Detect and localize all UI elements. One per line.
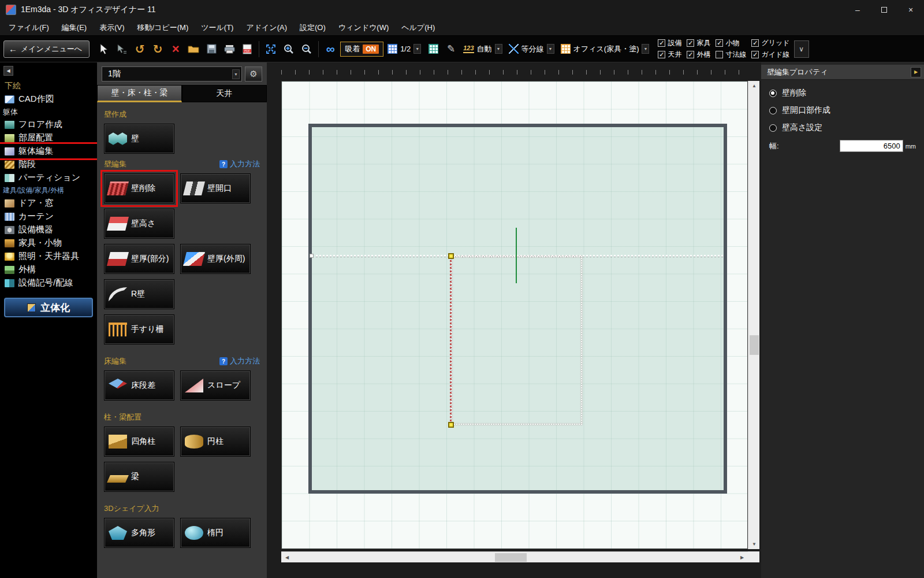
render-mode-dropdown[interactable]: オフィス(家具・塗) ▼ (558, 42, 652, 56)
toggle-sunposen[interactable]: 寸法線 (716, 50, 746, 60)
toggle-guideline[interactable]: ✓ガイド線 (751, 50, 789, 60)
tool-wall-opening[interactable]: 壁開口 (180, 173, 251, 203)
vertical-scrollbar[interactable]: ▲ ▼ (748, 81, 759, 549)
toggle-setsubi[interactable]: ✓設備 (658, 38, 681, 48)
menu-addin[interactable]: アドイン(A) (240, 23, 293, 33)
horizontal-scroll-thumb[interactable] (495, 553, 527, 562)
toggle-kagu[interactable]: ✓家具 (687, 38, 710, 48)
divide-line-dropdown[interactable]: 等分線 ▼ (506, 42, 557, 56)
menu-settings[interactable]: 設定(O) (293, 23, 332, 33)
tool-slope[interactable]: スロープ (180, 370, 251, 401)
wall-handle-top[interactable] (448, 253, 454, 259)
horizontal-scrollbar[interactable]: ◀ ▶ (281, 551, 748, 562)
delete-button[interactable]: × (167, 39, 184, 59)
menu-tools[interactable]: ツール(T) (195, 23, 240, 33)
toggle-komono[interactable]: ✓小物 (716, 38, 746, 48)
wall-handle-bottom[interactable] (448, 422, 454, 428)
dropdown-arrow-icon[interactable]: ▼ (547, 44, 554, 54)
maximize-button[interactable] (871, 0, 897, 20)
main-menu-button[interactable]: ← メインメニューへ (3, 40, 90, 58)
zoom-out-button[interactable] (299, 39, 315, 59)
scroll-down-icon[interactable]: ▼ (748, 539, 760, 549)
tool-ellipse[interactable]: 楕円 (180, 518, 251, 548)
scroll-right-icon[interactable]: ▶ (736, 553, 748, 562)
tab-ceiling[interactable]: 天井 (182, 85, 267, 102)
pdf-export-button[interactable]: PDF (239, 39, 255, 59)
sidebar-item-body-edit[interactable]: 躯体編集 (0, 144, 97, 158)
scroll-left-icon[interactable]: ◀ (281, 553, 293, 562)
width-input[interactable] (840, 140, 903, 152)
select-tool[interactable] (96, 39, 112, 59)
sidebar-item-sketch[interactable]: 下絵 (0, 79, 97, 92)
option-wall-opening-create[interactable]: 壁開口部作成 (769, 105, 916, 116)
save-button[interactable] (203, 39, 219, 59)
tool-wall-delete[interactable]: 壁削除 (104, 173, 174, 203)
zoom-fit-button[interactable] (263, 39, 279, 59)
toggle-tenjo[interactable]: ✓天井 (658, 50, 681, 60)
toggle-gaiko[interactable]: ✓外構 (687, 50, 710, 60)
zoom-in-button[interactable] (281, 39, 297, 59)
sidebar-item-cad[interactable]: CAD作図 (0, 92, 97, 106)
menu-move-copy[interactable]: 移動/コピー(M) (131, 23, 195, 33)
tool-wall[interactable]: 壁 (104, 124, 174, 154)
option-wall-delete[interactable]: 壁削除 (769, 88, 916, 98)
continuous-input-toggle[interactable]: ∞ (322, 39, 338, 59)
tool-wall-height[interactable]: 壁高さ (104, 209, 174, 239)
grid-settings-button[interactable] (425, 39, 441, 59)
toolbar-expand-button[interactable]: ∨ (794, 40, 809, 58)
input-method-link[interactable]: ?入力方法 (219, 159, 260, 169)
minimize-button[interactable]: – (844, 0, 871, 20)
tab-wall-floor-column-beam[interactable]: 壁・床・柱・梁 (97, 85, 182, 102)
undo-button[interactable]: ↺ (132, 39, 148, 59)
tool-handrail[interactable]: 手すり柵 (104, 314, 174, 344)
sidebar-item-furniture[interactable]: 家具・小物 (0, 236, 97, 250)
grid-scale-dropdown[interactable]: 1/2 ▼ (385, 42, 423, 55)
sidebar-item-lighting[interactable]: 照明・天井器具 (0, 250, 97, 263)
panel-collapse-button[interactable]: ▶ (911, 67, 921, 77)
menu-edit[interactable]: 編集(E) (55, 23, 93, 33)
print-button[interactable] (221, 39, 237, 59)
sidebar-item-door-window[interactable]: ドア・窓 (0, 197, 97, 210)
sidebar-item-floor-create[interactable]: フロア作成 (0, 118, 97, 131)
menu-view[interactable]: 表示(V) (93, 23, 131, 33)
drawing-canvas[interactable] (281, 81, 748, 549)
open-button[interactable] (185, 39, 202, 59)
input-method-link[interactable]: ?入力方法 (219, 356, 260, 366)
scroll-up-icon[interactable]: ▲ (748, 81, 760, 91)
toggle-grid[interactable]: ✓グリッド (751, 38, 789, 48)
dropdown-arrow-icon[interactable]: ▼ (495, 44, 502, 54)
tool-polygon[interactable]: 多角形 (104, 518, 174, 548)
tool-cylinder[interactable]: 円柱 (180, 427, 251, 457)
sidebar-item-symbols[interactable]: 設備記号/配線 (0, 276, 97, 290)
menu-help[interactable]: ヘルプ(H) (395, 23, 441, 33)
tool-wall-thickness-part[interactable]: 壁厚(部分) (104, 244, 174, 274)
sidebar-item-curtain[interactable]: カーテン (0, 210, 97, 223)
tool-r-wall[interactable]: R壁 (104, 279, 174, 309)
option-wall-height-set[interactable]: 壁高さ設定 (769, 123, 916, 133)
floor-select[interactable]: 1階 ▼ (102, 66, 242, 81)
menu-file[interactable]: ファイル(F) (2, 23, 55, 33)
floor-settings-button[interactable]: ⚙ (245, 66, 262, 81)
selected-wall-line[interactable] (450, 256, 452, 425)
tool-wall-thickness-outer[interactable]: 壁厚(外周) (180, 244, 251, 274)
sidebar-item-partition[interactable]: パーティション (0, 171, 97, 184)
snap-toggle[interactable]: 吸着 ON (340, 42, 383, 57)
tool-square-column[interactable]: 四角柱 (104, 427, 174, 457)
redo-button[interactable]: ↻ (150, 39, 166, 59)
auto-dimension-dropdown[interactable]: 123 自動 ▼ (461, 42, 504, 56)
menu-window[interactable]: ウィンドウ(W) (332, 23, 395, 33)
tool-beam[interactable]: 梁 (104, 462, 174, 492)
sidebar-item-room-layout[interactable]: 部屋配置 (0, 131, 97, 144)
sidebar-item-exterior[interactable]: 外構 (0, 263, 97, 276)
vertical-scroll-thumb[interactable] (750, 335, 759, 355)
close-button[interactable]: × (897, 0, 924, 20)
tool-floor-step[interactable]: 床段差 (104, 370, 174, 401)
sidebar-item-stairs[interactable]: 階段 (0, 158, 97, 171)
measure-tool[interactable]: ✎ (443, 39, 459, 59)
sidebar-collapse-button[interactable]: ◀ (3, 66, 13, 76)
solidify-button[interactable]: 立体化 (4, 298, 93, 317)
dropdown-arrow-icon[interactable]: ▼ (232, 69, 240, 79)
sidebar-item-equipment[interactable]: 設備機器 (0, 223, 97, 236)
dropdown-arrow-icon[interactable]: ▼ (413, 44, 421, 54)
multi-select-tool[interactable] (114, 39, 130, 59)
